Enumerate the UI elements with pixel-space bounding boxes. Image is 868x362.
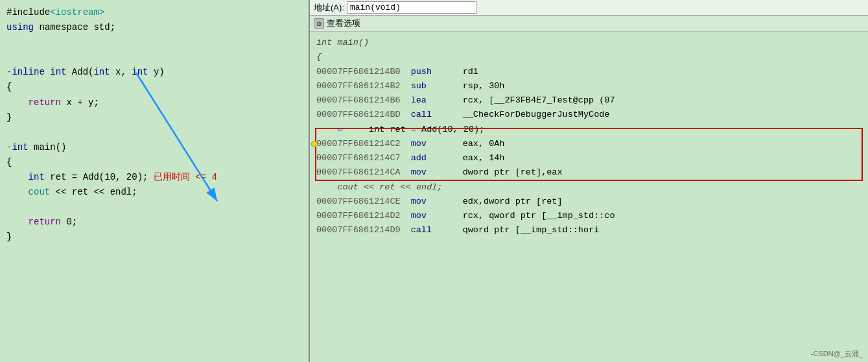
code-line-l7: return x + y; [6, 95, 302, 110]
view-options-toggle[interactable]: ⊙ [314, 18, 324, 29]
disasm-line-1: { [316, 50, 862, 64]
code-line-l10: -int main() [6, 140, 302, 155]
disasm-line-7: ↵ int ret = Add(10, 20); [316, 123, 862, 137]
disasm-line-14: 00007FF6861214D2movrcx, qword ptr [__imp… [316, 209, 862, 223]
code-line-l1: #include<iostream> [6, 5, 302, 20]
disasm-line-12: cout << ret << endl; [316, 180, 862, 195]
disasm-line-4: 00007FF6861214B6learcx, [__2F3FB4E7_Test… [316, 93, 862, 108]
code-line-l3 [6, 35, 302, 50]
watermark: -CSDN@_云涌_ [811, 348, 863, 359]
code-line-l16: } [6, 230, 302, 245]
view-options-bar: ⊙ 查看选项 [310, 16, 868, 32]
address-label: 地址(A): [314, 2, 344, 14]
code-editor: #include<iostream>using namespace std; -… [6, 5, 302, 245]
disasm-line-8: 00007FF6861214C2moveax, 0Ah [316, 137, 862, 151]
disasm-line-2: 00007FF6861214B0pushrdi [316, 65, 862, 79]
disasm-line-0: int main() [316, 36, 862, 50]
left-panel: #include<iostream>using namespace std; -… [0, 0, 310, 362]
code-line-l6: { [6, 80, 302, 95]
disasm-listing: int main(){00007FF6861214B0pushrdi00007F… [316, 36, 862, 238]
code-line-l2: using namespace std; [6, 20, 302, 35]
code-line-l4 [6, 50, 302, 65]
view-options-label: 查看选项 [327, 18, 360, 29]
right-panel: 地址(A): ⊙ 查看选项 int main(){00007FF6861214B… [310, 0, 868, 362]
code-line-l8: } [6, 110, 302, 125]
address-bar: 地址(A): [310, 0, 868, 16]
code-line-l12: int ret = Add(10, 20); 已用时间 <= 4 [6, 170, 302, 185]
code-line-l9 [6, 125, 302, 140]
address-input[interactable] [347, 1, 476, 14]
main-container: #include<iostream>using namespace std; -… [0, 0, 868, 362]
code-line-l15: return 0; [6, 215, 302, 230]
code-line-l11: { [6, 155, 302, 170]
code-line-l14 [6, 200, 302, 215]
disasm-line-15: 00007FF6861214D9callqword ptr [__imp_std… [316, 223, 862, 237]
disasm-area: int main(){00007FF6861214B0pushrdi00007F… [310, 32, 868, 362]
disasm-line-3: 00007FF6861214B2subrsp, 30h [316, 79, 862, 93]
disasm-line-9: 00007FF6861214C7addeax, 14h [316, 151, 862, 165]
disasm-line-5: 00007FF6861214BDcall__CheckForDebuggerJu… [316, 108, 862, 122]
disasm-line-13: 00007FF6861214CEmovedx,dword ptr [ret] [316, 195, 862, 209]
yellow-dot-marker [311, 141, 318, 147]
disasm-line-10: 00007FF6861214CAmovdword ptr [ret],eax [316, 165, 862, 180]
code-line-l13: cout << ret << endl; [6, 185, 302, 200]
code-line-l5: -inline int Add(int x, int y) [6, 65, 302, 80]
